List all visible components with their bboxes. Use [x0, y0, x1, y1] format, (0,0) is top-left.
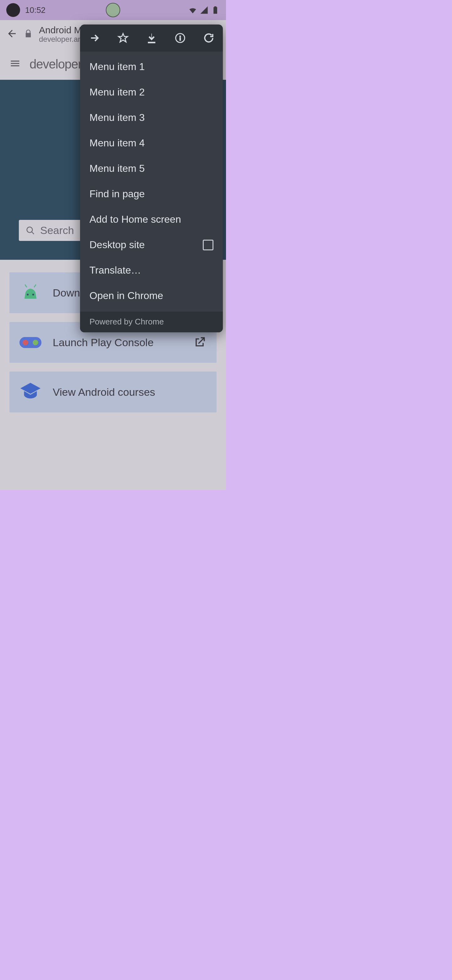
menu-item-2[interactable]: Menu item 2 [80, 80, 223, 105]
menu-item-desktop-site[interactable]: Desktop site [80, 232, 223, 258]
menu-footer: Powered by Chrome [80, 311, 223, 332]
menu-icon-row [80, 24, 223, 51]
menu-item-3[interactable]: Menu item 3 [80, 105, 223, 130]
overflow-menu: Menu item 1 Menu item 2 Menu item 3 Menu… [80, 24, 223, 332]
menu-item-open-in-chrome[interactable]: Open in Chrome [80, 283, 223, 309]
bookmark-button[interactable] [116, 31, 130, 45]
menu-item-find-in-page[interactable]: Find in page [80, 181, 223, 207]
download-button[interactable] [144, 31, 159, 45]
menu-item-list: Menu item 1 Menu item 2 Menu item 3 Menu… [80, 51, 223, 311]
reload-button[interactable] [201, 31, 216, 45]
desktop-site-checkbox[interactable] [203, 240, 213, 250]
page-info-button[interactable] [173, 31, 187, 45]
menu-item-add-to-home[interactable]: Add to Home screen [80, 207, 223, 232]
forward-button[interactable] [87, 31, 102, 45]
menu-item-4[interactable]: Menu item 4 [80, 130, 223, 156]
menu-item-1[interactable]: Menu item 1 [80, 54, 223, 80]
menu-item-translate[interactable]: Translate… [80, 258, 223, 283]
menu-item-5[interactable]: Menu item 5 [80, 156, 223, 181]
